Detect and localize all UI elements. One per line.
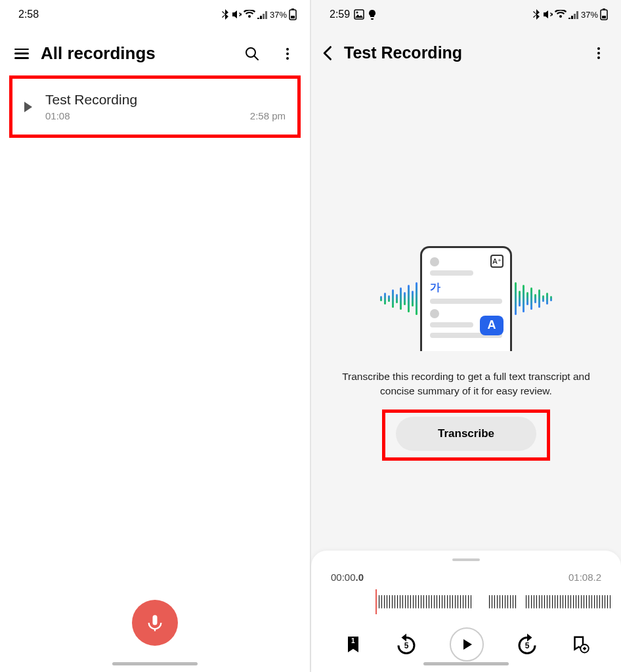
play-icon (460, 638, 473, 651)
detail-header: Test Recording (311, 24, 621, 74)
total-time: 01:08.2 (568, 572, 601, 583)
record-fab-area (0, 600, 310, 646)
more-icon[interactable] (280, 46, 295, 62)
nav-pill[interactable] (112, 662, 198, 665)
svg-point-15 (597, 56, 600, 59)
rewind-5-button[interactable]: 5 (395, 633, 418, 656)
svg-point-14 (597, 52, 600, 54)
translate-badge-icon: A⁺ (490, 255, 503, 268)
status-bar: 2:58 37% (0, 0, 310, 24)
signal-icon (568, 10, 579, 19)
mic-icon (146, 614, 164, 632)
phone-left-list: 2:58 37% All recordings Test Recording 0… (0, 0, 310, 672)
wifi-icon (555, 10, 567, 19)
play-icon[interactable] (19, 98, 36, 116)
status-bar: 2:59 37% (311, 0, 621, 24)
current-time: 00:00.0 (331, 572, 364, 583)
status-time: 2:59 (330, 9, 350, 20)
battery-pct: 37% (581, 10, 598, 20)
search-icon[interactable] (244, 46, 260, 62)
svg-point-6 (286, 52, 289, 55)
recording-duration: 01:08 (45, 110, 70, 121)
forward-5-button[interactable]: 5 (515, 633, 539, 656)
transcribe-button[interactable]: Transcribe (396, 417, 536, 451)
transcribe-illustration: A⁺ 가 A (380, 246, 552, 351)
detail-title: Test Recording (344, 43, 584, 62)
phone-right-detail: 2:59 37% Test Recording A⁺ (311, 0, 621, 672)
player-times: 00:00.0 01:08.2 (311, 572, 621, 583)
battery-icon (600, 9, 608, 20)
add-bookmark-button[interactable] (570, 635, 589, 654)
battery-icon (289, 9, 297, 20)
highlight-recording-row: Test Recording 01:08 2:58 pm (9, 75, 301, 138)
recording-list-item[interactable]: Test Recording 01:08 2:58 pm (12, 79, 297, 135)
player-controls: 1 5 5 (311, 623, 621, 662)
back-icon[interactable] (319, 44, 337, 62)
bookmark-button[interactable]: 1 (343, 634, 364, 655)
svg-point-13 (597, 47, 600, 50)
hangul-letter: 가 (430, 281, 440, 295)
svg-rect-12 (602, 16, 606, 18)
player-sheet: 00:00.0 01:08.2 1 5 5 (311, 551, 621, 672)
bookmark-count: 1 (349, 637, 358, 646)
page-title: All recordings (41, 43, 232, 64)
sheet-grabber[interactable] (452, 558, 480, 561)
wifi-icon (244, 10, 255, 19)
svg-rect-2 (291, 16, 295, 18)
bluetooth-icon (532, 9, 540, 20)
highlight-transcribe: Transcribe (382, 410, 550, 461)
svg-line-4 (254, 56, 258, 60)
status-icons: 37% (221, 9, 297, 20)
image-notif-icon (354, 9, 364, 20)
mute-icon (542, 9, 553, 20)
transcribe-description: Transcribe this recording to get a full … (331, 369, 601, 398)
soundwave-right-icon (515, 282, 552, 315)
svg-point-7 (286, 57, 289, 60)
svg-point-9 (356, 12, 358, 14)
svg-text:5: 5 (525, 641, 529, 650)
status-time: 2:58 (18, 9, 39, 20)
nav-pill[interactable] (423, 662, 509, 665)
recording-title: Test Recording (45, 92, 286, 108)
waveform-scrubber[interactable] (320, 591, 612, 613)
status-icons: 37% (532, 9, 608, 20)
playhead (375, 589, 377, 614)
play-button[interactable] (450, 627, 484, 662)
letter-bubble-icon: A (480, 316, 503, 335)
svg-text:5: 5 (404, 641, 409, 650)
mute-icon (231, 9, 242, 20)
menu-icon[interactable] (14, 49, 29, 59)
record-button[interactable] (132, 600, 178, 646)
svg-point-5 (286, 48, 289, 51)
list-header: All recordings (0, 24, 310, 75)
document-icon: A⁺ 가 A (420, 246, 512, 351)
soundwave-left-icon (380, 282, 418, 315)
bulb-notif-icon (368, 9, 376, 20)
more-icon[interactable] (591, 45, 607, 61)
battery-pct: 37% (270, 10, 287, 20)
signal-icon (257, 10, 268, 19)
recording-time: 2:58 pm (250, 110, 286, 121)
recording-info: Test Recording 01:08 2:58 pm (45, 92, 286, 121)
bluetooth-icon (221, 9, 229, 20)
